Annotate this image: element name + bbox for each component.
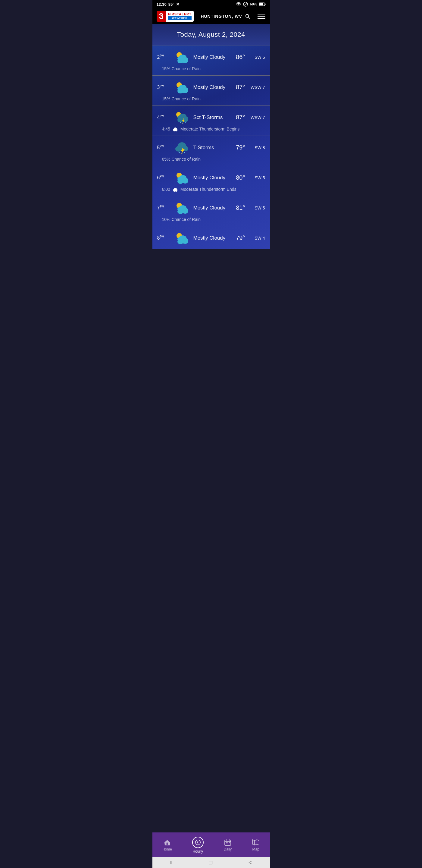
event-time-6pm: 6:00 (162, 187, 170, 192)
signal-icon (243, 2, 248, 7)
event-cloud-icon (172, 127, 178, 131)
rain-chance-7pm: 10% Chance of Rain (162, 217, 201, 222)
svg-point-25 (177, 116, 182, 120)
condition-5pm: T-Storms (193, 145, 214, 151)
row-right-6pm: 80° SW 5 (236, 174, 265, 181)
svg-point-51 (174, 188, 177, 190)
temp-7pm: 81° (236, 204, 245, 211)
hourly-row-7pm: 7PM Mostly Cloudy 81° SW 5 10% Chance of… (153, 196, 270, 226)
row-left-2pm: 2PM Mostly Cloudy (157, 50, 226, 64)
svg-line-2 (244, 3, 247, 6)
temp-8pm: 79° (236, 235, 245, 241)
temp-5pm: 79° (236, 144, 245, 151)
wind-4pm: WSW 7 (250, 115, 265, 120)
mostly-cloudy-sun-icon (174, 171, 190, 184)
status-bar: 12:30 85° ✕ 69% (153, 0, 270, 8)
event-cloud-icon-wrap-4pm (172, 127, 178, 131)
svg-rect-4 (265, 4, 265, 5)
wind-5pm: SW 8 (250, 145, 265, 150)
battery-icon (259, 2, 266, 6)
svg-rect-5 (259, 3, 263, 5)
event-cloud-icon-wrap-6pm (172, 187, 178, 192)
row-left-8pm: 8PM Mostly Cloudy (157, 231, 226, 245)
row-left-7pm: 7PM Mostly Cloudy (157, 201, 226, 215)
hourly-row-2pm: 2PM Mostly Cloudy 86° SW 6 15% Chance of… (153, 45, 270, 76)
icon-cell-4pm (174, 111, 190, 124)
back-button[interactable]: < (249, 860, 252, 866)
battery-percent: 69% (250, 2, 257, 6)
condition-7pm: Mostly Cloudy (193, 205, 226, 211)
row-main-2pm: 2PM Mostly Cloudy 86° SW 6 (157, 50, 265, 64)
event-text-6pm: Moderate Thunderstorm Ends (181, 187, 236, 192)
nav-daily[interactable]: Daily (219, 838, 237, 852)
svg-point-38 (178, 152, 180, 153)
row-detail-2pm: 15% Chance of Rain (157, 66, 265, 71)
svg-point-19 (177, 87, 182, 91)
row-left-6pm: 6PM Mostly Cloudy (157, 171, 226, 184)
svg-point-0 (238, 6, 239, 6)
back-circle-icon (195, 839, 201, 846)
mostly-cloudy-night-icon (174, 231, 190, 245)
nav-map[interactable]: Map (247, 838, 264, 852)
status-right: 69% (236, 2, 265, 7)
hourly-nav-circle (192, 837, 204, 848)
icon-cell-6pm (174, 171, 190, 184)
svg-point-64 (195, 840, 201, 845)
location-display: HUNTINGTON, WV (201, 13, 250, 19)
daily-nav-label: Daily (224, 847, 232, 851)
event-text-4pm: Moderate Thunderstorm Begins (181, 127, 240, 131)
map-nav-label: Map (252, 847, 259, 851)
svg-point-13 (177, 56, 182, 61)
hourly-row-8pm: 8PM Mostly Cloudy 79° SW 4 (153, 226, 270, 249)
row-main-6pm: 6PM Mostly Cloudy 80° SW 5 (157, 171, 265, 184)
icon-cell-5pm (174, 141, 190, 154)
row-left-4pm: 4PM Sct T-Storms (157, 111, 223, 124)
svg-point-63 (177, 237, 182, 241)
location-text: HUNTINGTON, WV (201, 14, 242, 19)
status-left: 12:30 85° ✕ (157, 2, 180, 7)
home-button[interactable]: □ (209, 860, 213, 866)
temp-2pm: 86° (236, 54, 245, 61)
svg-point-6 (246, 14, 249, 18)
temp-6pm: 80° (236, 174, 245, 181)
svg-point-37 (178, 142, 186, 148)
nav-hourly[interactable]: Hourly (187, 835, 208, 855)
time-4pm: 4PM (157, 115, 171, 120)
status-time: 12:30 (157, 2, 167, 7)
wifi-icon (236, 2, 241, 6)
row-left-3pm: 3PM Mostly Cloudy (157, 81, 226, 94)
home-nav-label: Home (162, 847, 172, 851)
row-main-5pm: 5PM T-Storms 79° SW 8 (157, 141, 265, 154)
rain-chance-3pm: 15% Chance of Rain (162, 96, 201, 101)
time-7pm: 7PM (157, 205, 171, 211)
date-header: Today, August 2, 2024 (153, 24, 270, 45)
weather-label: WEATHER (168, 16, 192, 21)
hourly-forecast: 2PM Mostly Cloudy 86° SW 6 15% Chance of… (153, 45, 270, 249)
row-event-6pm: 6:00 Moderate Thunderstorm Ends (157, 187, 265, 192)
row-detail-5pm: 65% Chance of Rain (157, 157, 265, 161)
row-right-7pm: 81° SW 5 (236, 204, 265, 211)
recent-apps-button[interactable]: ⦀ (170, 860, 173, 865)
sct-tstorms-icon (174, 111, 190, 124)
row-main-3pm: 3PM Mostly Cloudy 87° WSW 7 (157, 81, 265, 94)
row-left-5pm: 5PM T-Storms (157, 141, 218, 154)
tstorms-icon (174, 141, 190, 154)
rain-chance-5pm: 65% Chance of Rain (162, 157, 201, 161)
channel-number: 3 (159, 12, 164, 21)
time-3pm: 3PM (157, 84, 171, 90)
search-icon[interactable] (245, 13, 251, 19)
hourly-row-6pm: 6PM Mostly Cloudy 80° SW 5 6:00 (153, 166, 270, 196)
icon-cell-2pm (174, 50, 190, 64)
svg-point-39 (184, 152, 185, 153)
row-event-4pm: 4:45 Moderate Thunderstorm Begins (157, 127, 265, 131)
hamburger-menu[interactable] (258, 14, 265, 19)
condition-8pm: Mostly Cloudy (193, 235, 226, 241)
hourly-row-3pm: 3PM Mostly Cloudy 87° WSW 7 15% Chance o… (153, 76, 270, 106)
wind-7pm: SW 5 (250, 206, 265, 210)
mostly-cloudy-sun-icon (174, 81, 190, 94)
nav-home[interactable]: Home (158, 838, 177, 852)
svg-point-57 (177, 207, 182, 211)
wind-2pm: SW 6 (250, 55, 265, 60)
time-6pm: 6PM (157, 175, 171, 181)
temp-3pm: 87° (236, 84, 245, 91)
